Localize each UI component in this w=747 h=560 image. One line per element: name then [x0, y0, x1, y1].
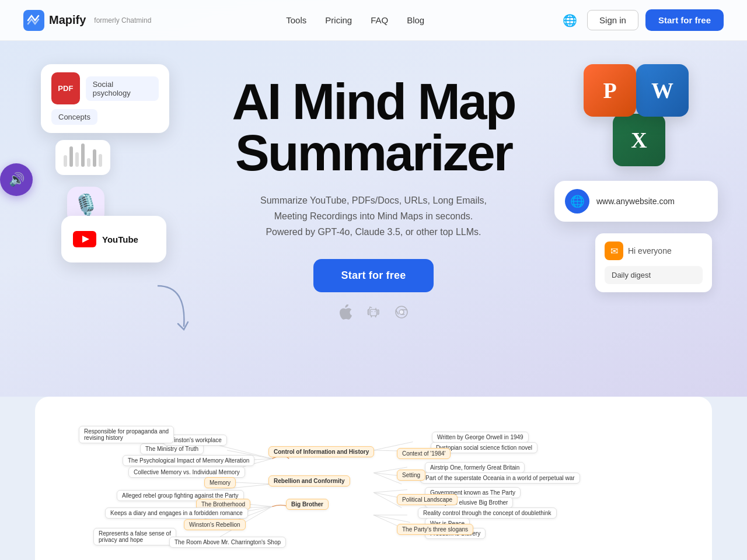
node-collective: Collective Memory vs. Individual Memory	[128, 467, 245, 478]
logo-text: Mapify	[49, 13, 86, 27]
node-context: Context of '1984'	[397, 448, 451, 459]
node-rebellion: Winston's Rebellion	[184, 519, 246, 530]
mindmap-preview: The Ministry of Truth Winston's workplac…	[47, 408, 700, 554]
bar7	[99, 154, 102, 167]
node-room: The Room Above Mr. Charrington's Shop	[169, 537, 286, 548]
hero-title: AI Mind Map Summarizer	[232, 76, 515, 178]
email-greeting: Hi everyone	[628, 246, 672, 256]
node-control: Control of Information and History	[268, 446, 374, 457]
navbar: Mapify formerly Chatmind Tools Pricing F…	[0, 0, 747, 41]
node-memory: Memory	[204, 477, 236, 488]
svg-point-7	[399, 310, 404, 314]
nav-tools[interactable]: Tools	[286, 15, 306, 25]
node-political: Political Landscape	[397, 494, 458, 505]
sound-waves-card	[55, 140, 110, 175]
node-false-sense: Represents a false sense ofprivacy and h…	[93, 528, 176, 545]
hero-section: PDF Social psychology Concepts 🔊 🎙️ YouT…	[0, 0, 747, 397]
pdf-icon: PDF	[51, 72, 80, 104]
signin-button[interactable]: Sign in	[587, 10, 638, 30]
nav-pricing[interactable]: Pricing	[325, 15, 352, 25]
bar2	[69, 146, 73, 167]
mindmap-section: The Ministry of Truth Winston's workplac…	[35, 397, 712, 560]
hero-content: AI Mind Map Summarizer Summarize YouTube…	[220, 41, 526, 344]
audio-button: 🔊	[0, 163, 33, 196]
email-card: ✉ Hi everyone Daily digest	[595, 233, 712, 292]
bar6	[93, 149, 96, 167]
bar5	[87, 158, 90, 167]
nav-links: Tools Pricing FAQ Blog	[286, 15, 424, 25]
svg-point-4	[371, 311, 372, 312]
word-icon: W	[636, 64, 689, 117]
website-url-text: www.anywebsite.com	[596, 197, 675, 206]
nav-blog[interactable]: Blog	[407, 15, 424, 25]
formerly-text: formerly Chatmind	[94, 16, 151, 24]
powerpoint-icon: P	[584, 64, 636, 117]
email-digest-label: Daily digest	[605, 266, 703, 284]
social-psychology-tag: Social psychology	[86, 76, 159, 101]
nav-left: Mapify formerly Chatmind	[23, 10, 151, 31]
node-setting: Setting	[397, 470, 425, 481]
logo-icon	[23, 10, 44, 31]
svg-line-24	[374, 489, 407, 492]
start-free-nav-button[interactable]: Start for free	[645, 9, 724, 31]
chrome-icon	[393, 304, 410, 320]
svg-rect-3	[370, 309, 376, 316]
youtube-logo-icon	[73, 231, 96, 247]
pdf-card: PDF Social psychology Concepts	[41, 64, 169, 133]
excel-icon: X	[613, 114, 665, 166]
nav-faq[interactable]: FAQ	[371, 15, 388, 25]
hero-cta: Start for free	[313, 259, 434, 292]
start-free-hero-button[interactable]: Start for free	[313, 259, 434, 292]
node-oceania: Part of the superstate Oceania in a worl…	[420, 473, 580, 484]
logo[interactable]: Mapify	[23, 10, 86, 31]
node-big-brother: Big Brother	[286, 499, 329, 510]
node-psychological: The Psychological Impact of Memory Alter…	[123, 455, 254, 466]
website-card: 🌐 www.anywebsite.com	[554, 181, 718, 222]
language-button[interactable]: 🌐	[559, 10, 580, 31]
platform-icons	[337, 304, 410, 320]
node-doublethink: Reality control through the concept of d…	[418, 508, 557, 519]
node-diary: Keeps a diary and engages in a forbidden…	[105, 508, 248, 519]
globe-circle-icon: 🌐	[565, 189, 589, 214]
node-rebellion-center: Rebellion and Conformity	[268, 475, 350, 487]
hero-subtitle: Summarize YouTube, PDFs/Docs, URLs, Long…	[260, 192, 487, 240]
svg-point-5	[375, 311, 376, 312]
youtube-label: YouTube	[102, 235, 138, 244]
node-airstrip: Airstrip One, formerly Great Britain	[425, 462, 525, 473]
node-orwell: Written by George Orwell in 1949	[432, 432, 529, 443]
bar1	[64, 155, 67, 167]
email-icon: ✉	[605, 242, 623, 260]
ms-office-icons: P W X	[584, 64, 712, 169]
bar4	[81, 144, 85, 167]
node-responsible: Responsible for propaganda andrevising h…	[79, 426, 174, 443]
node-three-slogans: The Party's three slogans	[397, 524, 473, 535]
nav-right: 🌐 Sign in Start for free	[559, 9, 724, 31]
bar3	[75, 152, 79, 167]
youtube-card: YouTube	[61, 216, 166, 262]
android-icon	[365, 304, 382, 320]
apple-icon	[337, 304, 354, 320]
svg-line-28	[374, 515, 410, 523]
curved-arrow	[152, 280, 198, 341]
svg-rect-0	[23, 10, 44, 31]
concepts-tag: Concepts	[51, 109, 97, 125]
